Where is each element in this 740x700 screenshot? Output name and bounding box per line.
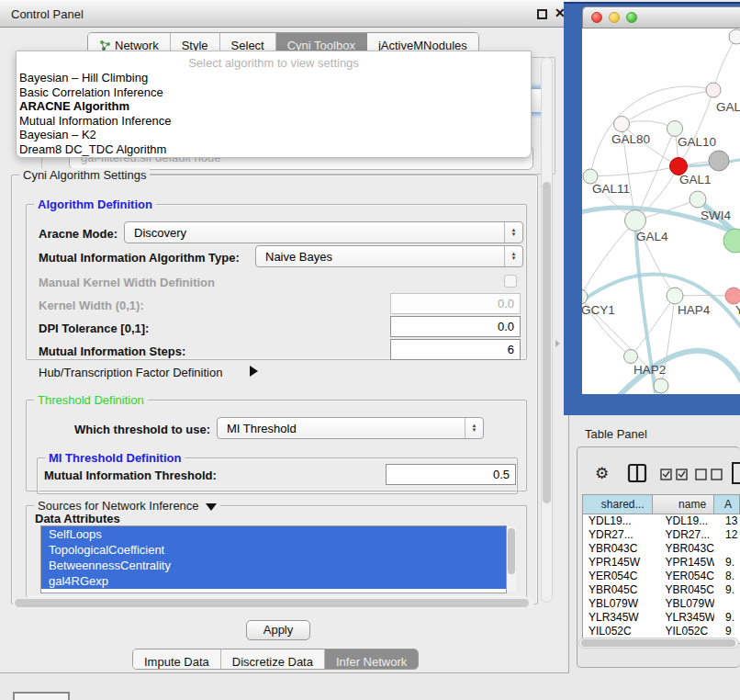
document-icon[interactable]	[732, 461, 740, 485]
table-cell: 9.	[714, 583, 740, 597]
attributes-list-scrollbar[interactable]	[507, 526, 516, 592]
settings-vertical-scrollbar[interactable]	[541, 57, 553, 603]
node-label: HAP2	[633, 363, 666, 377]
table-row[interactable]: YBL079WYBL079W	[583, 597, 740, 611]
collapse-arrow-icon[interactable]	[206, 503, 217, 511]
expand-arrow-icon[interactable]	[250, 366, 258, 377]
network-edge[interactable]	[675, 296, 734, 297]
zoom-traffic-light-icon[interactable]	[626, 12, 637, 23]
kernel-width-field[interactable]: 0.0	[390, 293, 521, 314]
table-rows: YDL19...YDL19...13YDR27...YDR27...12YBR0…	[583, 514, 740, 638]
attribute-item-selected[interactable]: BetweennessCentrality	[41, 558, 506, 573]
table-cell: YER054C	[653, 570, 715, 583]
deselect-all-icon[interactable]	[695, 469, 726, 480]
network-node-hap4[interactable]	[667, 288, 683, 304]
node-label: GAL10	[678, 135, 716, 149]
node-table[interactable]: shared...nameA YDL19...YDL19...13YDR27..…	[582, 494, 740, 644]
split-columns-icon[interactable]	[627, 463, 647, 483]
table-row[interactable]: YBR045CYBR045C9.	[583, 583, 740, 597]
network-node[interactable]	[723, 229, 740, 253]
table-cell: YBL079W	[583, 597, 653, 611]
network-node[interactable]	[729, 29, 740, 44]
network-node-gal80[interactable]	[614, 117, 630, 132]
table-cell: 9	[714, 625, 740, 638]
tab-impute-data[interactable]: Impute Data	[133, 649, 221, 670]
table-cell: YDL19...	[653, 514, 715, 528]
table-cell: YIL052C	[583, 625, 653, 638]
table-row[interactable]: YBR043CYBR043C	[583, 542, 740, 556]
network-edge[interactable]	[622, 90, 713, 124]
tab-infer-network[interactable]: Infer Network	[325, 649, 418, 670]
network-node-swi4[interactable]	[690, 191, 706, 208]
select-all-icon[interactable]	[660, 469, 691, 480]
which-threshold-select[interactable]: MI Threshold ▲▼	[217, 417, 484, 439]
algorithm-option[interactable]: Dream8 DC_TDC Algorithm	[17, 142, 531, 157]
table-cell: YPR145W	[583, 556, 653, 570]
network-node-hap2[interactable]	[624, 350, 638, 364]
node-label: HAP4	[678, 303, 711, 317]
table-cell	[714, 542, 740, 556]
network-node-y[interactable]	[725, 288, 740, 304]
cyni-bottom-tabs: Impute DataDiscretize DataInfer Network	[132, 649, 419, 670]
close-traffic-light-icon[interactable]	[591, 12, 602, 23]
table-row[interactable]: YLR345WYLR345W9.	[583, 611, 740, 625]
mi-threshold-field[interactable]: 0.5	[386, 464, 516, 485]
attribute-item-selected[interactable]: gal4RGexp	[41, 573, 506, 589]
settings-horizontal-scrollbar[interactable]	[13, 598, 534, 608]
aracne-mode-label: Aracne Mode:	[39, 227, 118, 241]
mi-steps-field[interactable]: 6	[390, 339, 521, 360]
panel-title: Control Panel	[11, 7, 84, 21]
which-threshold-label: Which threshold to use:	[74, 423, 210, 436]
network-edge[interactable]	[590, 166, 678, 176]
node-label: GAL1	[679, 173, 712, 186]
network-node[interactable]	[654, 378, 668, 393]
algorithm-option[interactable]: ARACNE Algorithm	[17, 99, 531, 114]
column-header-name[interactable]: name	[653, 495, 715, 514]
gear-icon[interactable]: ⚙	[595, 464, 609, 483]
network-edge[interactable]	[678, 90, 713, 166]
table-row[interactable]: YER054CYER054C8.	[583, 570, 740, 583]
table-cell: YBR045C	[653, 583, 715, 597]
network-node-gal4[interactable]	[625, 210, 646, 231]
column-header-A[interactable]: A	[714, 495, 740, 514]
mi-type-label: Mutual Information Algorithm Type:	[39, 251, 240, 265]
attribute-item-selected[interactable]: TopologicalCoefficient	[41, 542, 506, 558]
combo-stepper-icon: ▲▼	[465, 418, 483, 438]
network-node-gcy1[interactable]	[582, 289, 588, 304]
network-node-gal10[interactable]	[667, 121, 683, 137]
network-canvas[interactable]: GALGAL80GAL10GAL1GAL11SWI4GAL4GCY1HAP4YH…	[582, 28, 740, 394]
table-row[interactable]: YPR145WYPR145W9.	[583, 556, 740, 570]
table-row[interactable]: YIL052CYIL052C9	[583, 625, 740, 638]
mi-steps-label: Mutual Information Steps:	[39, 344, 185, 358]
minimize-traffic-light-icon[interactable]	[609, 12, 620, 23]
control-panel: Control Panel ✕ NetworkStyleSelectCyni T…	[0, 0, 569, 673]
table-header-row: shared...nameA	[583, 495, 740, 514]
algorithm-option[interactable]: Bayesian – K2	[17, 128, 531, 142]
table-cell: 9.	[714, 556, 740, 570]
node-label: GAL11	[592, 182, 630, 196]
network-node-gal[interactable]	[706, 83, 721, 97]
table-horizontal-scrollbar[interactable]	[578, 638, 739, 649]
float-window-icon[interactable]	[537, 9, 547, 19]
manual-kernel-checkbox[interactable]	[504, 275, 517, 288]
network-window-titlebar[interactable]	[582, 6, 740, 28]
algorithm-option[interactable]: Bayesian – Hill Climbing	[17, 71, 531, 85]
mi-type-select[interactable]: Naive Bayes ▲▼	[255, 245, 523, 267]
aracne-mode-select[interactable]: Discovery ▲▼	[124, 221, 523, 243]
dpi-tolerance-field[interactable]: 0.0	[390, 316, 521, 337]
panel-splitter-arrow[interactable]	[555, 340, 560, 347]
table-row[interactable]: YDL19...YDL19...13	[583, 514, 740, 528]
tab-discretize-data[interactable]: Discretize Data	[221, 649, 325, 670]
attribute-item-selected[interactable]: SelfLoops	[41, 526, 506, 542]
algorithm-option[interactable]: Mutual Information Inference	[17, 114, 531, 129]
network-graph: GALGAL80GAL10GAL1GAL11SWI4GAL4GCY1HAP4YH…	[582, 28, 740, 394]
aracne-mode-value: Discovery	[125, 226, 504, 240]
table-row[interactable]: YDR27...YDR27...12	[583, 528, 740, 542]
network-node[interactable]	[709, 151, 729, 171]
data-attributes-list[interactable]: SelfLoopsTopologicalCoefficientBetweenne…	[40, 525, 507, 593]
network-edge[interactable]	[713, 37, 736, 90]
algorithm-option[interactable]: Basic Correlation Inference	[17, 85, 531, 100]
table-cell: YLR345W	[583, 611, 653, 625]
apply-button[interactable]: Apply	[246, 620, 310, 640]
column-header-shared[interactable]: shared...	[583, 495, 653, 514]
